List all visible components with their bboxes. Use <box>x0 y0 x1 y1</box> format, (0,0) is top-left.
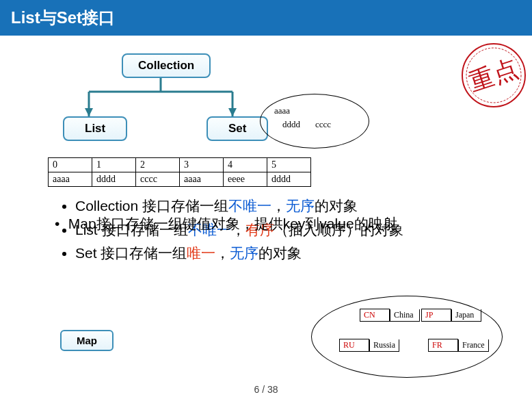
node-list: List <box>63 116 127 141</box>
map-entry: RURussia <box>339 339 399 352</box>
svg-marker-8 <box>228 108 237 116</box>
bullet-set: Set 接口存储一组唯一，无序的对象 <box>75 242 532 265</box>
page-number: 6 / 38 <box>254 384 278 395</box>
map-entry: JPJapan <box>421 309 481 322</box>
slide-title: List与Set接口 <box>0 0 532 36</box>
node-collection: Collection <box>122 53 211 78</box>
table-row: aaaadddd ccccaaaa eeeedddd <box>49 172 311 187</box>
bullet-map: • Map接口存储一组键值对象，提供key到value的映射 <box>55 214 397 233</box>
map-example-oval: CNChina JPJapan RURussia FRFrance <box>311 296 503 378</box>
map-entry: FRFrance <box>428 339 489 352</box>
map-entry: CNChina <box>360 309 420 322</box>
list-example-table: 01 23 45 aaaadddd ccccaaaa eeeedddd <box>48 157 311 187</box>
set-example-oval: aaaa ddddcccc <box>260 94 369 149</box>
svg-marker-7 <box>85 108 93 116</box>
node-set: Set <box>207 116 268 141</box>
node-map: Map <box>60 330 114 351</box>
table-row: 01 23 45 <box>49 158 311 172</box>
